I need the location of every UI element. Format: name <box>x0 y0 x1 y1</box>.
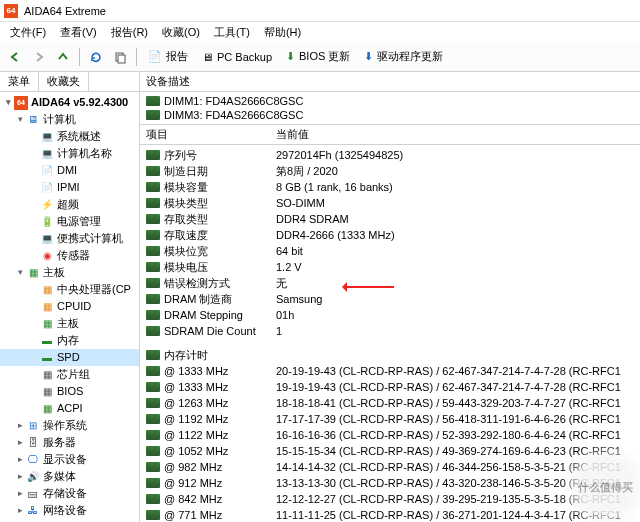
property-row[interactable]: DRAM 制造商Samsung <box>146 291 634 307</box>
tree-node[interactable]: ▸🔊多媒体 <box>0 468 139 485</box>
tree-node[interactable]: ▸🖧网络设备 <box>0 502 139 519</box>
property-row[interactable]: 存取速度DDR4-2666 (1333 MHz) <box>146 227 634 243</box>
bios-button[interactable]: ⬇ BIOS 更新 <box>280 47 356 66</box>
tree-node[interactable]: ▦主板 <box>0 315 139 332</box>
timing-value: 19-19-19-43 (CL-RCD-RP-RAS) / 62-467-347… <box>276 379 634 395</box>
tree-root[interactable]: ▾64 AIDA64 v5.92.4300 <box>0 94 139 111</box>
timing-row[interactable]: @ 771 MHz11-11-11-25 (CL-RCD-RP-RAS) / 3… <box>146 507 634 522</box>
tree-node[interactable]: ▾🖥计算机 <box>0 111 139 128</box>
timing-row[interactable]: @ 1052 MHz15-15-15-34 (CL-RCD-RP-RAS) / … <box>146 443 634 459</box>
tree-node[interactable]: 💻系统概述 <box>0 128 139 145</box>
timing-row[interactable]: @ 842 MHz12-12-12-27 (CL-RCD-RP-RAS) / 3… <box>146 491 634 507</box>
node-icon: 💻 <box>40 130 54 144</box>
menu-report[interactable]: 报告(R) <box>105 23 154 42</box>
tree-node[interactable]: ◉传感器 <box>0 247 139 264</box>
property-row[interactable]: SDRAM Die Count1 <box>146 323 634 339</box>
tree-node[interactable]: 💻计算机名称 <box>0 145 139 162</box>
tree-node-label: BIOS <box>57 384 83 399</box>
app-icon: 64 <box>4 4 18 18</box>
forward-button[interactable] <box>28 46 50 68</box>
property-row[interactable]: 存取类型DDR4 SDRAM <box>146 211 634 227</box>
node-icon: ▬ <box>40 334 54 348</box>
tree-node-label: 芯片组 <box>57 367 90 382</box>
property-row[interactable]: 错误检测方式无 <box>146 275 634 291</box>
tree-node[interactable]: ▦中央处理器(CP <box>0 281 139 298</box>
up-button[interactable] <box>52 46 74 68</box>
expand-icon[interactable]: ▸ <box>14 435 26 450</box>
timing-row[interactable]: @ 1333 MHz20-19-19-43 (CL-RCD-RP-RAS) / … <box>146 363 634 379</box>
tree[interactable]: ▾64 AIDA64 v5.92.4300 ▾🖥计算机💻系统概述💻计算机名称📄D… <box>0 92 139 522</box>
node-icon: 💻 <box>40 147 54 161</box>
column-field: 项目 <box>146 127 276 142</box>
tree-node[interactable]: ▦BIOS <box>0 383 139 400</box>
tree-node-label: 主板 <box>43 265 65 280</box>
tree-node[interactable]: ▦ACPI <box>0 400 139 417</box>
property-row[interactable]: 序列号2972014Fh (1325494825) <box>146 147 634 163</box>
timing-row[interactable]: @ 1122 MHz16-16-16-36 (CL-RCD-RP-RAS) / … <box>146 427 634 443</box>
property-row[interactable]: DRAM Stepping01h <box>146 307 634 323</box>
property-row[interactable]: 模块位宽64 bit <box>146 243 634 259</box>
menu-help[interactable]: 帮助(H) <box>258 23 307 42</box>
tree-node[interactable]: ▸🖴存储设备 <box>0 485 139 502</box>
title-bar: 64 AIDA64 Extreme <box>0 0 640 22</box>
tree-node-label: ACPI <box>57 401 83 416</box>
menu-favorites[interactable]: 收藏(O) <box>156 23 206 42</box>
copy-button[interactable] <box>109 46 131 68</box>
tree-node-label: 便携式计算机 <box>57 231 123 246</box>
tree-node[interactable]: ▦CPUID <box>0 298 139 315</box>
expand-icon[interactable]: ▸ <box>14 469 26 484</box>
tree-node[interactable]: 🔋电源管理 <box>0 213 139 230</box>
tree-node[interactable]: 📄IPMI <box>0 179 139 196</box>
refresh-button[interactable] <box>85 46 107 68</box>
back-button[interactable] <box>4 46 26 68</box>
driver-button[interactable]: ⬇ 驱动程序更新 <box>358 47 449 66</box>
report-button[interactable]: 📄 报告 <box>142 47 194 66</box>
tree-node[interactable]: 💻便携式计算机 <box>0 230 139 247</box>
menu-tools[interactable]: 工具(T) <box>208 23 256 42</box>
node-icon: ⚡ <box>40 198 54 212</box>
expand-icon[interactable]: ▸ <box>14 486 26 501</box>
menu-file[interactable]: 文件(F) <box>4 23 52 42</box>
device-row[interactable]: DIMM3: FD4AS2666C8GSC <box>146 108 634 122</box>
timing-row[interactable]: @ 1263 MHz18-18-18-41 (CL-RCD-RP-RAS) / … <box>146 395 634 411</box>
tree-node[interactable]: ▸⊞操作系统 <box>0 417 139 434</box>
ram-icon <box>146 510 160 520</box>
menu-view[interactable]: 查看(V) <box>54 23 103 42</box>
timing-row[interactable]: @ 912 MHz13-13-13-30 (CL-RCD-RP-RAS) / 4… <box>146 475 634 491</box>
tree-node[interactable]: ⚡超频 <box>0 196 139 213</box>
tab-favorites[interactable]: 收藏夹 <box>39 72 89 91</box>
property-row[interactable]: 模块容量8 GB (1 rank, 16 banks) <box>146 179 634 195</box>
expand-icon[interactable]: ▾ <box>14 112 26 127</box>
tree-node[interactable]: ▬内存 <box>0 332 139 349</box>
device-row[interactable]: DIMM1: FD4AS2666C8GSC <box>146 94 634 108</box>
tree-node[interactable]: ▸🗄服务器 <box>0 434 139 451</box>
tree-node[interactable]: 📄DMI <box>0 162 139 179</box>
ram-icon <box>146 310 160 320</box>
property-row[interactable]: 制造日期第8周 / 2020 <box>146 163 634 179</box>
pcbackup-button[interactable]: 🖥 PC Backup <box>196 49 278 65</box>
property-row[interactable]: 模块类型SO-DIMM <box>146 195 634 211</box>
timing-row[interactable]: @ 1192 MHz17-17-17-39 (CL-RCD-RP-RAS) / … <box>146 411 634 427</box>
prop-label: 存取速度 <box>164 227 208 243</box>
tree-node[interactable]: ▸🖵显示设备 <box>0 451 139 468</box>
expand-icon[interactable]: ▾ <box>14 265 26 280</box>
device-desc-header: 设备描述 <box>140 72 640 92</box>
tree-node[interactable]: ▾▦主板 <box>0 264 139 281</box>
tree-node[interactable]: ▬SPD <box>0 349 139 366</box>
node-icon: 🗄 <box>26 436 40 450</box>
timing-row[interactable]: @ 1333 MHz19-19-19-43 (CL-RCD-RP-RAS) / … <box>146 379 634 395</box>
timing-row[interactable]: @ 982 MHz14-14-14-32 (CL-RCD-RP-RAS) / 4… <box>146 459 634 475</box>
property-row[interactable]: 模块电压1.2 V <box>146 259 634 275</box>
bios-label: BIOS 更新 <box>299 49 350 64</box>
expand-icon[interactable]: ▸ <box>14 503 26 518</box>
expand-icon[interactable]: ▸ <box>14 452 26 467</box>
toolbar: 📄 报告 🖥 PC Backup ⬇ BIOS 更新 ⬇ 驱动程序更新 <box>0 42 640 72</box>
tree-node[interactable]: ▦芯片组 <box>0 366 139 383</box>
expand-icon[interactable]: ▸ <box>14 418 26 433</box>
ram-icon <box>146 398 160 408</box>
ram-icon <box>146 414 160 424</box>
tree-node-label: 电源管理 <box>57 214 101 229</box>
node-icon: 🖧 <box>26 504 40 518</box>
ram-icon <box>146 278 160 288</box>
tab-menu[interactable]: 菜单 <box>0 72 39 91</box>
